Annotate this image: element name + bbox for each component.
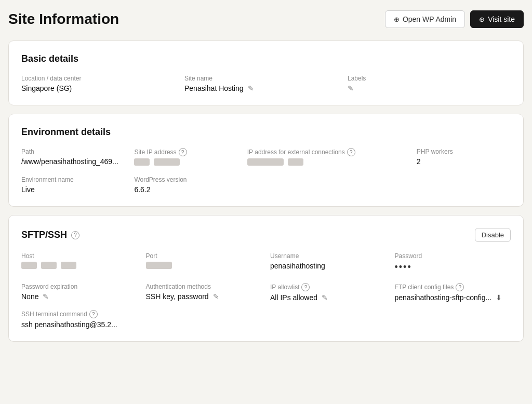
env-name-label: Environment name [21,176,134,183]
ext-ip-col: IP address for external connections ? [247,148,417,166]
sftp-row-1: Host Port Username penasihathosting Pass… [21,252,511,273]
site-ip-value [134,158,247,166]
sftp-title-row: SFTP/SSH ? [21,230,79,240]
wp-version-label: WordPress version [134,176,247,183]
php-workers-value: 2 [417,157,511,166]
port-label: Port [146,252,262,260]
basic-details-row: Location / data center Singapore (SG) Si… [21,75,511,92]
site-name-edit-icon[interactable]: ✎ [248,84,254,92]
ip-block-1 [134,158,150,166]
site-name-col: Site name Penasihat Hosting ✎ [184,75,348,92]
ftp-config-help-icon[interactable]: ? [456,283,464,291]
ftp-config-col: FTP client config files ? penasihathosti… [395,283,511,302]
sftp-header: SFTP/SSH ? Disable [21,228,511,242]
sftp-card: SFTP/SSH ? Disable Host Port Username pe… [8,215,524,342]
ip-allowlist-col: IP allowlist ? All IPs allowed ✎ [270,283,387,302]
wp-version-col: WordPress version 6.6.2 [134,176,247,194]
host-block-3 [61,262,76,269]
port-block [146,262,172,269]
ssh-command-help-icon[interactable]: ? [89,310,98,318]
path-label: Path [21,148,134,155]
site-ip-help-icon[interactable]: ? [179,148,187,156]
auth-methods-label: Authentication methods [146,283,262,290]
visit-site-button[interactable]: ⊕ Visit site [470,10,524,28]
ext-ip-label: IP address for external connections ? [247,148,417,156]
disable-button[interactable]: Disable [475,228,511,242]
host-block-2 [41,262,57,269]
ip-allowlist-value: All IPs allowed ✎ [270,293,387,302]
ext-ip-value [247,158,417,166]
sftp-title: SFTP/SSH [21,230,67,240]
port-col: Port [146,252,262,273]
auth-methods-value: SSH key, password ✎ [146,292,262,301]
ext-ip-help-icon[interactable]: ? [347,148,355,156]
site-name-label: Site name [184,75,348,82]
location-label: Location / data center [21,75,184,82]
header-actions: ⊕ Open WP Admin ⊕ Visit site [385,10,524,28]
port-value [146,262,262,269]
host-col: Host [21,252,138,273]
labels-label: Labels [348,75,511,82]
ftp-config-download-icon[interactable]: ⬇ [496,293,502,302]
wp-version-value: 6.6.2 [134,185,247,194]
ext-ip-block-1 [247,158,284,166]
ssh-command-row: SSH terminal command ? ssh penasihathost… [21,310,511,329]
host-label: Host [21,252,138,260]
php-workers-col: PHP workers 2 [417,148,511,166]
wp-icon: ⊕ [394,16,400,23]
path-col: Path /www/penasihathosting_469... [21,148,134,166]
labels-col: Labels ✎ [348,75,511,92]
site-name-value: Penasihat Hosting ✎ [184,84,348,92]
location-col: Location / data center Singapore (SG) [21,75,184,92]
ftp-config-value: penasihathosting-sftp-config... ⬇ [395,293,511,302]
site-ip-label: Site IP address ? [134,148,247,156]
ip-allowlist-help-icon[interactable]: ? [301,283,310,291]
ext-ip-block-2 [288,158,303,166]
php-workers-label: PHP workers [417,148,511,155]
globe-icon: ⊕ [479,16,485,23]
password-expiration-label: Password expiration [21,283,138,290]
env-row-1: Path /www/penasihathosting_469... Site I… [21,148,511,166]
labels-edit-icon[interactable]: ✎ [348,84,354,92]
environment-details-card: Environment details Path /www/penasihath… [8,114,524,207]
host-block-1 [21,262,37,269]
password-expiration-edit-icon[interactable]: ✎ [43,292,49,301]
ssh-command-label: SSH terminal command ? [21,310,511,318]
env-empty-2 [417,176,511,194]
ip-allowlist-label: IP allowlist ? [270,283,387,291]
env-name-value: Live [21,185,134,194]
username-label: Username [270,252,387,260]
basic-details-title: Basic details [21,53,511,64]
password-expiration-value: None ✎ [21,292,138,301]
username-value: penasihathosting [270,262,387,270]
location-value: Singapore (SG) [21,84,184,92]
sftp-row-2: Password expiration None ✎ Authenticatio… [21,283,511,302]
auth-methods-col: Authentication methods SSH key, password… [146,283,262,302]
path-value: /www/penasihathosting_469... [21,157,134,166]
page-header: Site Information ⊕ Open WP Admin ⊕ Visit… [8,10,524,28]
site-ip-col: Site IP address ? [134,148,247,166]
password-value: •••• [395,262,511,273]
sftp-help-icon[interactable]: ? [71,231,79,239]
host-value [21,262,138,269]
open-wp-admin-button[interactable]: ⊕ Open WP Admin [385,10,465,28]
environment-details-title: Environment details [21,127,511,138]
password-col: Password •••• [395,252,511,273]
page-title: Site Information [8,11,119,28]
ssh-command-value: ssh penasihathosting@35.2... [21,320,511,329]
basic-details-card: Basic details Location / data center Sin… [8,41,524,105]
ip-allowlist-edit-icon[interactable]: ✎ [322,293,328,302]
ftp-config-label: FTP client config files ? [395,283,511,291]
password-label: Password [395,252,511,260]
auth-methods-edit-icon[interactable]: ✎ [213,292,219,301]
password-expiration-col: Password expiration None ✎ [21,283,138,302]
env-row-2: Environment name Live WordPress version … [21,176,511,194]
username-col: Username penasihathosting [270,252,387,273]
ip-block-2 [154,158,180,166]
env-name-col: Environment name Live [21,176,134,194]
labels-value: ✎ [348,84,511,92]
env-empty-1 [247,176,417,194]
